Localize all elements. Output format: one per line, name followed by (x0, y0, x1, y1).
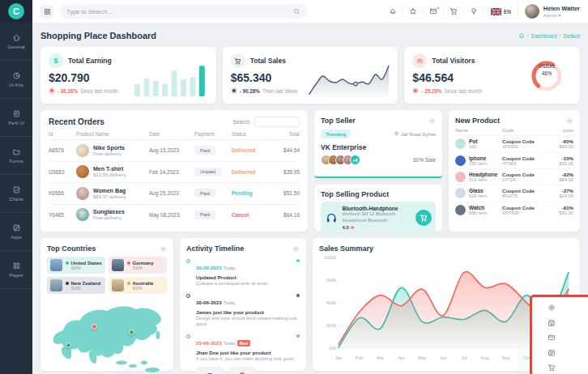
product-thumbnail-headphone[interactable] (196, 367, 224, 374)
edit-pencil-icon (12, 223, 21, 232)
note-icon (12, 109, 21, 118)
country-tile[interactable]: Germany 51% (109, 257, 167, 274)
status-badge: Pending (232, 190, 269, 196)
asia-map (47, 300, 167, 372)
table-row[interactable]: K6556 Women Bag$83.97 delivery Aug 25,20… (49, 182, 300, 204)
main-content: Shopping Place Dashboard / Dashboard / D… (32, 23, 588, 374)
payment-badge: Paid (194, 189, 215, 198)
add-to-cart-button[interactable] (415, 210, 432, 226)
stat-delta: - 25.28% (421, 88, 441, 94)
home-icon (12, 33, 21, 42)
global-search (60, 4, 307, 19)
timeline-item[interactable]: 25-06-2023TodayNew Jhan Doe just like yo… (186, 334, 300, 363)
cart-icon[interactable] (548, 363, 588, 372)
sidebar-item-charts[interactable]: Charts (0, 175, 32, 213)
sidebar-item-ui-kits[interactable]: Ui Kits (0, 61, 32, 99)
timeline-date: 30-06-2023 (196, 300, 222, 305)
list-item[interactable]: Glass629 Item Coupon CodeRGA75 -37%$24.0… (455, 185, 573, 201)
app-logo[interactable]: C (0, 0, 32, 23)
favorites-button[interactable] (403, 6, 423, 17)
svg-text:Mar: Mar (377, 355, 385, 360)
search-input[interactable] (66, 8, 269, 15)
sidebar-item-perk-ui[interactable]: Perk Ui (0, 99, 32, 137)
unread-dot (437, 6, 440, 10)
sidebar: C General Ui Kits Perk Ui Forms Charts A… (0, 0, 32, 374)
svg-text:00k: 00k (329, 346, 336, 351)
stat-delta: - 36.28% (58, 88, 78, 94)
breadcrumb-dashboard[interactable]: Dashboard (531, 33, 557, 39)
home-icon[interactable] (518, 32, 525, 39)
country-tile[interactable]: New Zealand 52% (47, 277, 105, 294)
gear-icon[interactable] (566, 117, 573, 125)
breadcrumb: / Dashboard / Default (518, 32, 580, 39)
search-icon[interactable] (293, 8, 300, 15)
language-selector[interactable]: EN (484, 8, 518, 15)
map-marker-red[interactable] (92, 324, 97, 329)
notifications-button[interactable] (383, 6, 403, 17)
more-avatars-badge[interactable]: +6 (350, 155, 360, 165)
search-label: Search: (233, 119, 251, 125)
messages-button[interactable] (423, 6, 443, 17)
widgets-icon[interactable] (548, 349, 588, 357)
svg-text:300k: 300k (326, 323, 336, 328)
product-thumbnail (455, 155, 466, 166)
shop-icon[interactable] (548, 319, 588, 327)
timeline-item[interactable]: 30-06-2023Today James just like your pro… (186, 293, 300, 328)
list-item[interactable]: Watch896 Item Coupon CodeXRT839 -91%$91.… (455, 202, 573, 218)
legend-dot (66, 282, 69, 285)
gear-icon[interactable] (160, 245, 167, 253)
list-item[interactable]: iphone150 Item Coupon CodeHT483 -15%$65.… (455, 151, 573, 168)
timeline-dot-right (296, 259, 300, 262)
list-item[interactable]: Headphone513 Item Coupon CodeLP72K -92%$… (455, 168, 573, 185)
settings-gear-icon[interactable] (548, 304, 588, 312)
list-item[interactable]: Pot100 Coupon Code1PX001 -65%$99.00 (455, 135, 573, 151)
sidebar-item-pages[interactable]: Pages (0, 251, 32, 289)
table-row[interactable]: A8576 Nike SportsFree delivery Aug 15,20… (49, 139, 300, 161)
map-marker-green[interactable] (129, 329, 134, 335)
gear-icon[interactable] (428, 117, 436, 125)
delta-dot-icon (231, 87, 237, 94)
users-icon (412, 53, 427, 68)
stat-delta: - 90.28% (240, 88, 260, 94)
country-tile[interactable]: United States 60% (47, 257, 105, 274)
stat-note: Then last Week (262, 88, 298, 94)
ideas-button[interactable] (463, 6, 484, 17)
sidebar-item-label: General (7, 45, 24, 49)
user-role: Admin ▾ (543, 12, 580, 18)
gear-icon[interactable] (292, 245, 300, 253)
new-product-card: New Product Name Code price Pot100 Coupo… (449, 110, 580, 232)
breadcrumb-current[interactable]: Default (563, 33, 580, 39)
table-row[interactable]: G5653 Men T-shirt$12.55 delivery Feb 14,… (49, 161, 300, 183)
wallet-card-icon[interactable] (548, 334, 588, 342)
stat-title: Total Visitors (432, 57, 475, 65)
timeline-dot (186, 259, 190, 263)
folder-icon (12, 147, 21, 156)
apps-grid-button[interactable] (40, 5, 53, 18)
svg-text:Feb: Feb (356, 355, 363, 360)
status-badge: Delivered (232, 147, 269, 153)
sidebar-item-apps[interactable]: Apps (0, 213, 32, 251)
total-sales-card: Total Sales $65.340 - 90.28% Then last W… (223, 47, 398, 104)
product-rating: 4.5 ★ (342, 224, 415, 230)
table-row[interactable]: Y6485 SunglassesFree delivery May 08,202… (49, 204, 300, 226)
cart-button[interactable] (443, 6, 463, 17)
svg-text:Jan: Jan (335, 355, 343, 360)
timeline-item[interactable]: 30-06-2023Today Updated Product Quisque … (186, 258, 300, 287)
orders-search-input[interactable] (254, 117, 300, 127)
payment-badge: Paid (194, 146, 215, 155)
stat-title: Total Sales (250, 57, 286, 65)
sidebar-item-forms[interactable]: Forms (0, 137, 32, 175)
user-menu[interactable]: Helen Walter Admin ▾ (518, 4, 580, 19)
status-badge: Delivered (232, 169, 269, 175)
uk-flag-icon (491, 8, 501, 15)
bulb-icon (470, 7, 478, 15)
payment-badge: Unpaid (194, 168, 221, 176)
map-marker-teal[interactable] (66, 342, 71, 348)
timeline-tag: Today (224, 341, 236, 346)
timeline-tag: Today (224, 300, 236, 305)
country-tile[interactable]: Australia 62% (109, 277, 167, 294)
product-thumbnail-bag[interactable] (228, 367, 256, 374)
card-title: Recent Orders (49, 117, 104, 126)
delta-dot-icon (412, 87, 419, 94)
sidebar-item-general[interactable]: General (0, 23, 32, 61)
